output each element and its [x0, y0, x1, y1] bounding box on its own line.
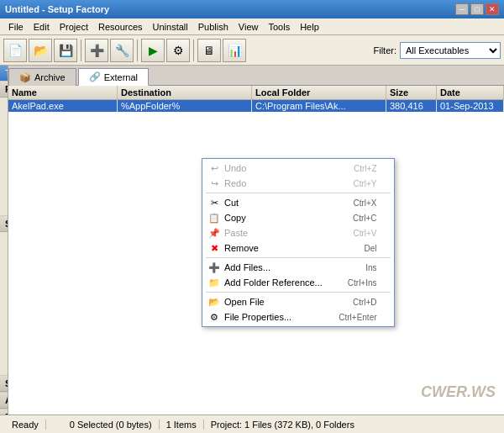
cell-destination: %AppFolder% [118, 100, 252, 112]
toolbar-separator-2 [137, 40, 138, 61]
sidebar-header: Tasks 📌 ✕ [0, 66, 8, 81]
col-size: Size [386, 86, 437, 99]
context-menu-add-files[interactable]: ➕ Add Files... Ins [202, 260, 394, 275]
sidebar-section-files: Files ▲ ➕ Add files 📁 Add folder referen… [0, 81, 8, 215]
copy-icon: 📋 [207, 211, 221, 224]
tab-external[interactable]: 🔗 External [78, 68, 149, 86]
content-area: 📦 Archive 🔗 External Name Destination Lo… [8, 66, 504, 415]
new-button[interactable]: 📄 [3, 39, 27, 62]
copy-label: Copy [224, 213, 246, 223]
redo-shortcut: Ctrl+Y [353, 179, 376, 188]
sidebar-item-bg-window[interactable]: 🖥 Background Window [0, 257, 8, 281]
statusbar: Ready 0 Selected (0 bytes) 1 Items Proje… [0, 415, 504, 433]
table-row[interactable]: AkelPad.exe %AppFolder% C:\Program Files… [8, 100, 504, 112]
cell-date: 01-Sep-2013 [437, 100, 504, 112]
open-button[interactable]: 📂 [29, 39, 52, 62]
sidebar-item-session-vars[interactable]: ⚡ Session Variables [0, 234, 8, 257]
extra-button-2[interactable]: 📊 [223, 39, 246, 62]
context-menu-file-props[interactable]: ⚙ File Properties... Ctrl+Enter [202, 309, 394, 325]
context-menu-paste[interactable]: 📌 Paste Ctrl+V [202, 225, 394, 240]
toolbar: 📄 📂 💾 ➕ 🔧 ▶ ⚙ 🖥 📊 Filter: All Executable… [0, 35, 504, 66]
menu-item-file[interactable]: File [3, 20, 29, 34]
sidebar-item-add-files[interactable]: ➕ Add files [0, 99, 8, 123]
table-header: Name Destination Local Folder Size Date [8, 86, 504, 100]
filter-select[interactable]: All ExecutablesAll FilesDLL FilesINI Fil… [400, 42, 501, 59]
open-file-label: Open File [224, 297, 265, 307]
context-menu-copy[interactable]: 📋 Copy Ctrl+C [202, 210, 394, 225]
sidebar-section-resources: Resources ▼ [0, 409, 8, 415]
sidebar-section-resources-header[interactable]: Resources ▼ [0, 409, 8, 415]
remove-shortcut: Del [365, 244, 377, 253]
status-selected: 0 Selected (0 bytes) [63, 420, 160, 430]
add-files-shortcut: Ins [365, 263, 376, 272]
file-props-icon: ⚙ [207, 310, 221, 324]
cell-name: AkelPad.exe [8, 100, 118, 112]
sidebar-section-screens: Screens ▼ [0, 375, 8, 392]
sidebar-item-languages[interactable]: 🌐 Languages [0, 358, 8, 373]
redo-label: Redo [224, 178, 246, 188]
add-button[interactable]: ➕ [85, 39, 108, 62]
sidebar-item-log-files[interactable]: 📄 Log Files [0, 304, 8, 328]
toolbar-separator-1 [81, 40, 81, 61]
sidebar-section-settings: Settings ▲ ⚡ Session Variables 🖥 Backgro… [0, 215, 8, 375]
sidebar-item-packages[interactable]: 📦 Packages [0, 343, 8, 358]
context-menu-remove[interactable]: ✖ Remove Del [202, 240, 394, 256]
context-menu-undo[interactable]: ↩ Undo Ctrl+Z [202, 161, 394, 176]
menu-item-help[interactable]: Help [295, 20, 324, 34]
sidebar-section-actions-header[interactable]: Actions ▼ [0, 392, 8, 409]
paste-shortcut: Ctrl+V [353, 229, 376, 238]
run-button[interactable]: ▶ [141, 39, 165, 62]
add-files-label: Add Files... [224, 262, 270, 272]
menu-item-tools[interactable]: Tools [263, 20, 295, 34]
save-button[interactable]: 💾 [54, 39, 77, 62]
sidebar-section-files-header[interactable]: Files ▲ [0, 81, 8, 98]
sidebar-section-settings-header[interactable]: Settings ▲ [0, 215, 8, 232]
cut-label: Cut [224, 198, 239, 208]
sidebar-item-add-folder[interactable]: 📁 Add folder reference [0, 123, 8, 156]
menu-item-project[interactable]: Project [55, 20, 93, 34]
menu-item-uninstall[interactable]: Uninstall [148, 20, 193, 34]
undo-label: Undo [224, 163, 246, 173]
redo-icon: ↪ [207, 177, 221, 190]
status-project: Project: 1 Files (372 KB), 0 Folders [204, 420, 361, 430]
context-menu-add-folder[interactable]: 📁 Add Folder Reference... Ctrl+Ins [202, 275, 394, 290]
context-menu-cut[interactable]: ✂ Cut Ctrl+X [202, 195, 394, 210]
file-props-shortcut: Ctrl+Enter [339, 313, 376, 322]
sidebar-item-edit-props[interactable]: ✏ Edit file properties [0, 190, 8, 214]
maximize-button[interactable]: □ [470, 3, 484, 15]
minimize-button[interactable]: ─ [455, 3, 469, 15]
col-destination: Destination [118, 86, 252, 99]
menu-item-view[interactable]: View [234, 20, 264, 34]
open-file-icon: 📂 [207, 295, 221, 309]
undo-icon: ↩ [207, 161, 221, 175]
extra-button-1[interactable]: 🖥 [197, 39, 221, 62]
menu-item-resources[interactable]: Resources [93, 20, 148, 34]
add-folder-ref-label: Add Folder Reference... [224, 277, 323, 288]
sidebar-item-sys-req[interactable]: 💻 System Requirements [0, 281, 8, 304]
sidebar-item-remove-files[interactable]: ✖ Remove selected files [0, 156, 8, 190]
sidebar-section-files-content: ➕ Add files 📁 Add folder reference ✖ Rem… [0, 98, 8, 215]
menubar: FileEditProjectResourcesUninstallPublish… [0, 18, 504, 35]
sidebar-section-actions: Actions ▼ [0, 392, 8, 409]
build-button[interactable]: ⚙ [166, 39, 190, 62]
col-date: Date [437, 86, 504, 99]
sidebar-section-screens-header[interactable]: Screens ▼ [0, 375, 8, 392]
watermark: CWER.WS [421, 383, 496, 401]
archive-tab-label: Archive [34, 72, 66, 82]
close-button[interactable]: ✕ [486, 3, 499, 15]
sidebar-item-security[interactable]: 🔒 Security [0, 328, 8, 343]
status-items: 1 Items [160, 420, 204, 430]
menu-item-publish[interactable]: Publish [193, 20, 234, 34]
open-file-shortcut: Ctrl+D [353, 298, 377, 307]
main-area: Tasks 📌 ✕ Files ▲ ➕ Add files 📁 Add fold… [0, 66, 504, 415]
external-tab-icon: 🔗 [89, 71, 101, 82]
context-menu-open-file[interactable]: 📂 Open File Ctrl+D [202, 294, 394, 309]
tab-archive[interactable]: 📦 Archive [8, 68, 76, 86]
tab-bar: 📦 Archive 🔗 External [8, 66, 504, 86]
context-menu-redo[interactable]: ↪ Redo Ctrl+Y [202, 176, 394, 191]
cut-shortcut: Ctrl+X [353, 198, 376, 208]
settings-button[interactable]: 🔧 [110, 39, 134, 62]
menu-item-edit[interactable]: Edit [29, 20, 55, 34]
copy-shortcut: Ctrl+C [353, 214, 377, 223]
sidebar: Tasks 📌 ✕ Files ▲ ➕ Add files 📁 Add fold… [0, 66, 8, 415]
